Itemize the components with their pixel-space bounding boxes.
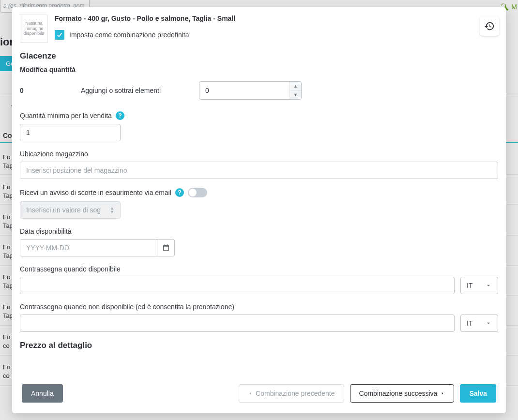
qty-delta-input[interactable]: 0 ▲ ▼: [199, 81, 302, 100]
stock-location-input[interactable]: [20, 162, 498, 179]
combination-title: Formato - 400 gr, Gusto - Pollo e salmon…: [55, 15, 498, 22]
unavailable-lang-select[interactable]: IT: [460, 315, 498, 332]
next-combination-button[interactable]: Combinazione successiva: [350, 384, 455, 403]
combination-modal: Nessuna immagine disponibile Formato - 4…: [12, 7, 506, 413]
chevron-down-icon: [485, 320, 492, 327]
availability-date-input[interactable]: [20, 239, 157, 256]
low-stock-toggle[interactable]: [188, 188, 207, 197]
modify-qty-heading: Modifica quantità: [20, 66, 498, 74]
unavailable-lang-value: IT: [467, 319, 472, 327]
default-combination-checkbox[interactable]: [55, 30, 64, 40]
unavailable-msg-input[interactable]: [20, 315, 455, 332]
default-combination-label: Imposta come combinazione predefinita: [69, 31, 189, 39]
modal-footer: Annulla Combinazione precedente Combinaz…: [12, 377, 506, 413]
retail-price-heading: Prezzo al dettaglio: [20, 341, 498, 350]
calendar-icon: [162, 244, 170, 252]
help-icon[interactable]: ?: [116, 111, 124, 120]
chevron-down-icon: [485, 282, 492, 289]
low-stock-label: Ricevi un avviso di scorte in esauriment…: [20, 189, 171, 196]
stock-location-label: Ubicazione magazzino: [20, 150, 88, 158]
available-msg-label: Contrassegna quando disponibile: [20, 265, 121, 273]
min-qty-input[interactable]: [20, 124, 121, 141]
save-button[interactable]: Salva: [460, 384, 496, 403]
history-button[interactable]: [480, 16, 499, 36]
availability-date-label: Data disponibilità: [20, 227, 72, 235]
qty-stepper[interactable]: ▲ ▼: [289, 82, 301, 99]
check-icon: [56, 31, 63, 38]
low-stock-placeholder: Inserisci un valore di sog: [26, 206, 101, 214]
stocks-heading: Giacenze: [20, 51, 498, 61]
unavailable-msg-label: Contrassegna quando non disponibile (ed …: [20, 303, 234, 311]
stepper-icon: ▲▼: [110, 206, 114, 214]
low-stock-threshold-input: Inserisci un valore di sog ▲▼: [20, 201, 121, 219]
available-lang-select[interactable]: IT: [460, 277, 498, 294]
stepper-up-icon[interactable]: ▲: [290, 82, 301, 91]
chevron-left-icon: [248, 391, 253, 396]
current-qty-value: 0: [20, 87, 81, 94]
prev-combination-button[interactable]: Combinazione precedente: [239, 384, 344, 403]
qty-delta-value: 0: [205, 87, 209, 94]
min-qty-label: Quantità minima per la vendita: [20, 112, 112, 120]
chevron-right-icon: [440, 391, 445, 396]
cancel-button[interactable]: Annulla: [22, 384, 63, 403]
combination-thumbnail: Nessuna immagine disponibile: [20, 15, 48, 43]
add-sub-label: Aggiungi o sottrai elementi: [81, 87, 199, 94]
available-msg-input[interactable]: [20, 277, 455, 294]
history-icon: [484, 21, 495, 31]
help-icon[interactable]: ?: [175, 188, 184, 197]
calendar-button[interactable]: [157, 239, 175, 256]
available-lang-value: IT: [467, 282, 472, 289]
stepper-down-icon[interactable]: ▼: [290, 91, 301, 100]
